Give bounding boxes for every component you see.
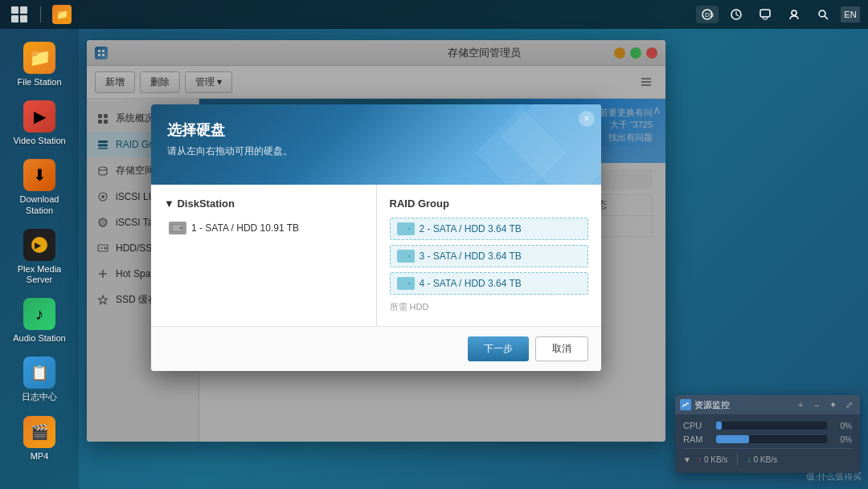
mp4-icon: 🎬: [23, 416, 55, 448]
raid-disk-icon-2: [397, 277, 415, 290]
up-arrow-icon: ↑: [698, 455, 702, 464]
language-icon[interactable]: EN: [841, 6, 860, 22]
svg-point-38: [407, 228, 410, 230]
svg-point-36: [180, 227, 182, 230]
svg-line-6: [825, 16, 828, 19]
ram-pct: 0%: [832, 435, 852, 444]
cpu-bar-bg: [716, 422, 827, 430]
network-row: ▼ ↑ 0 KB/s | ↓ 0 KB/s: [683, 452, 852, 467]
sidebar-item-plex[interactable]: ▶ Plex Media Server: [4, 224, 75, 290]
raid-note: 所需 HDD: [390, 301, 589, 313]
user-icon[interactable]: [783, 3, 805, 26]
down-arrow-icon: ↓: [747, 455, 751, 464]
plex-label: Plex Media Server: [7, 264, 72, 285]
svg-point-42: [407, 283, 410, 285]
resource-monitor-icon: [680, 399, 691, 410]
filestation-icon: 📁: [23, 42, 55, 74]
raid-disk-label-0: 2 - SATA / HDD 3.64 TB: [420, 223, 522, 234]
downloadstation-icon: ⬇: [23, 159, 55, 191]
select-disk-dialog: 选择硬盘 请从左向右拖动可用的硬盘。 × ▼ DiskStation 1 - S…: [151, 104, 601, 371]
net-separator: |: [735, 452, 739, 467]
mp4-label: MP4: [31, 451, 49, 462]
journal-icon: 📋: [23, 357, 55, 389]
net-up-value: 0 KB/s: [704, 455, 727, 464]
dialog-header: 选择硬盘 请从左向右拖动可用的硬盘。 ×: [151, 104, 601, 185]
search-icon[interactable]: [812, 3, 834, 26]
cancel-button[interactable]: 取消: [535, 336, 588, 361]
chat-icon[interactable]: [754, 3, 776, 26]
update-icon[interactable]: [725, 3, 747, 26]
cpu-bar: [716, 422, 722, 430]
taskbar-menu-button[interactable]: [3, 0, 35, 29]
svg-text:▶: ▶: [35, 241, 42, 250]
filestation-label: File Station: [17, 77, 61, 88]
sidebar-item-filestation[interactable]: 📁 File Station: [4, 37, 75, 92]
raid-disk-label-2: 4 - SATA / HDD 3.64 TB: [420, 278, 522, 289]
rm-pin-button[interactable]: ✦: [826, 398, 839, 411]
net-down-value: 0 KB/s: [754, 455, 777, 464]
ram-bar: [716, 435, 749, 443]
raid-disk-item-1[interactable]: 3 - SATA / HDD 3.64 TB: [390, 245, 589, 267]
filestation-taskbar-icon: 📁: [52, 5, 72, 24]
cpu-row: CPU 0%: [683, 421, 852, 430]
sidebar-item-mp4[interactable]: 🎬 MP4: [4, 411, 75, 467]
sidebar-item-audiostation[interactable]: ♪ Audio Station: [4, 293, 75, 348]
taskbar-filestation-button[interactable]: 📁: [46, 0, 78, 29]
dialog-close-button[interactable]: ×: [579, 111, 595, 127]
diskstation-panel-title: ▼ DiskStation: [164, 198, 363, 210]
taskbar-left: 📁: [0, 0, 78, 29]
svg-text:DS: DS: [705, 11, 714, 18]
disk-label-0: 1 - SATA / HDD 10.91 TB: [191, 222, 299, 234]
videostation-label: Video Station: [13, 136, 65, 146]
grid-icon: [11, 6, 27, 22]
rm-add-button[interactable]: +: [794, 398, 807, 411]
ram-bar-bg: [716, 435, 827, 443]
svg-point-4: [792, 10, 796, 15]
diskstation-panel: ▼ DiskStation 1 - SATA / HDD 10.91 TB: [151, 185, 377, 326]
taskbar-divider: [40, 6, 41, 22]
notification-icon[interactable]: DS: [696, 6, 719, 23]
dialog-body: ▼ DiskStation 1 - SATA / HDD 10.91 TB RA…: [151, 185, 601, 326]
disk-item-0[interactable]: 1 - SATA / HDD 10.91 TB: [164, 218, 363, 238]
dialog-footer: 下一步 取消: [151, 326, 601, 371]
next-button[interactable]: 下一步: [468, 336, 529, 361]
dialog-title: 选择硬盘: [167, 120, 585, 140]
resource-monitor-titlebar: 资源监控 + – ✦ ⤢: [675, 395, 860, 414]
cpu-pct: 0%: [832, 422, 852, 430]
raid-group-panel: RAID Group 2 - SATA / HDD 3.64 TB 3 - S: [377, 185, 602, 326]
storage-manager-window: 存储空间管理员 – □ × 新增 删除 管理 ▾: [87, 40, 665, 442]
net-label: ▼: [683, 455, 691, 464]
taskbar: 📁 DS EN: [0, 0, 868, 29]
ram-label: RAM: [683, 434, 711, 444]
dialog-overlay: 选择硬盘 请从左向右拖动可用的硬盘。 × ▼ DiskStation 1 - S…: [87, 40, 665, 442]
rm-minimize-button[interactable]: –: [810, 398, 823, 411]
resource-monitor-title: 资源监控: [694, 399, 791, 411]
svg-point-40: [407, 255, 410, 258]
sidebar-item-downloadstation[interactable]: ⬇ Download Station: [4, 154, 75, 220]
svg-point-5: [819, 10, 825, 17]
raid-disk-icon-0: [397, 222, 415, 235]
audiostation-label: Audio Station: [13, 333, 65, 344]
rm-divider: [683, 448, 852, 449]
raid-disk-item-2[interactable]: 4 - SATA / HDD 3.64 TB: [390, 272, 589, 295]
disk-drive-icon-0: [169, 222, 186, 234]
sidebar-item-journal[interactable]: 📋 日志中心: [4, 352, 75, 407]
raid-disk-label-1: 3 - SATA / HDD 3.64 TB: [420, 251, 522, 262]
downloadstation-label: Download Station: [7, 194, 72, 215]
raid-disk-item-0[interactable]: 2 - SATA / HDD 3.64 TB: [390, 218, 589, 240]
raid-disk-icon-1: [397, 250, 415, 263]
rm-expand-button[interactable]: ⤢: [842, 398, 855, 411]
desktop: 📁 DS EN 📁 File Station: [0, 0, 868, 489]
raid-group-panel-title: RAID Group: [390, 198, 589, 210]
ram-row: RAM 0%: [683, 434, 852, 444]
sidebar-item-videostation[interactable]: ▶ Video Station: [4, 96, 75, 151]
resource-monitor: 资源监控 + – ✦ ⤢ CPU 0% RAM 0%: [675, 395, 860, 473]
videostation-icon: ▶: [23, 100, 55, 132]
dialog-subtitle: 请从左向右拖动可用的硬盘。: [167, 145, 585, 158]
audiostation-icon: ♪: [23, 298, 55, 330]
journal-label: 日志中心: [22, 392, 57, 402]
taskbar-right: DS EN: [696, 3, 868, 26]
net-up-item: ↑ 0 KB/s: [698, 455, 727, 464]
desktop-sidebar: 📁 File Station ▶ Video Station ⬇ Downloa…: [0, 29, 79, 489]
plex-icon: ▶: [23, 229, 55, 261]
